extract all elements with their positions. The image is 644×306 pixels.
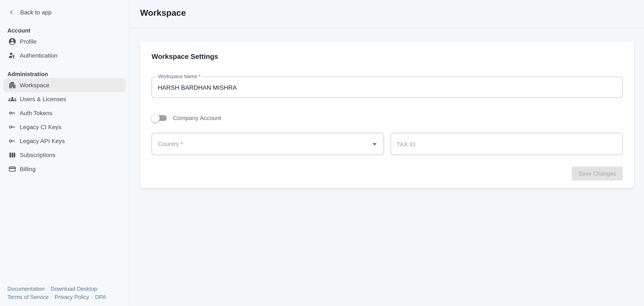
- chevron-left-icon: [8, 9, 15, 16]
- toggle-thumb: [151, 114, 160, 122]
- workspace-settings-page: Back to app Account Profile Authenticati…: [0, 0, 644, 306]
- country-tax-row: Country *: [152, 133, 622, 155]
- sidebar-item-label: Users & Licenses: [20, 96, 66, 102]
- footer-row-2: Terms of Service·Privacy Policy·DPA: [7, 293, 106, 301]
- sidebar-item-legacy-api-keys[interactable]: Legacy API Keys: [3, 134, 126, 148]
- company-account-label: Company Account: [173, 115, 221, 121]
- users-group-icon: [8, 95, 16, 103]
- sidebar-item-label: Legacy CI Keys: [20, 124, 62, 130]
- footer-separator: ·: [47, 286, 48, 292]
- page-title: Workspace: [140, 8, 186, 18]
- company-account-row: Company Account: [152, 114, 622, 123]
- back-to-app-label: Back to app: [20, 9, 52, 16]
- footer-link-dpa[interactable]: DPA: [95, 294, 106, 300]
- sidebar-item-label: Profile: [20, 38, 36, 45]
- columns-icon: [8, 151, 16, 159]
- workspace-name-label: Workspace Name *: [156, 74, 202, 80]
- sidebar-item-subscriptions[interactable]: Subscriptions: [3, 148, 126, 162]
- user-circle-icon: [8, 37, 16, 46]
- caret-down-icon: [372, 143, 376, 145]
- sidebar-item-label: Billing: [20, 166, 36, 172]
- tax-id-field: [390, 133, 623, 155]
- section-title-account: Account: [7, 26, 129, 35]
- back-to-app-button[interactable]: Back to app: [8, 7, 52, 18]
- company-account-toggle[interactable]: [152, 114, 167, 123]
- sidebar-item-legacy-ci-keys[interactable]: Legacy CI Keys: [3, 120, 126, 134]
- sidebar-item-label: Legacy API Keys: [20, 138, 65, 144]
- footer-link-documentation[interactable]: Documentation: [7, 286, 44, 292]
- sidebar-footer: Documentation·Download Desktop Terms of …: [7, 285, 106, 301]
- main-content: Workspace Workspace Settings Workspace N…: [130, 0, 644, 306]
- section-title-administration: Administration: [7, 70, 129, 78]
- credit-card-icon: [8, 165, 16, 173]
- sidebar-item-users-licenses[interactable]: Users & Licenses: [3, 92, 126, 106]
- workspace-settings-card: Workspace Settings Workspace Name * Comp…: [140, 41, 634, 188]
- user-key-icon: [8, 51, 16, 60]
- footer-row-1: Documentation·Download Desktop: [7, 285, 106, 293]
- sidebar-item-label: Workspace: [20, 82, 49, 88]
- save-changes-button[interactable]: Save Changes: [572, 167, 623, 181]
- workspace-name-field: Workspace Name *: [152, 76, 622, 98]
- sidebar: Back to app Account Profile Authenticati…: [0, 0, 130, 306]
- save-row: Save Changes: [152, 167, 622, 181]
- sidebar-item-authentication[interactable]: Authentication: [3, 49, 126, 62]
- key-icon: [8, 123, 16, 131]
- sidebar-item-label: Auth Tokens: [20, 110, 52, 116]
- footer-separator: ·: [51, 294, 52, 300]
- sidebar-item-label: Authentication: [20, 52, 58, 59]
- footer-link-terms[interactable]: Terms of Service: [7, 294, 48, 300]
- main-header: Workspace: [130, 0, 644, 28]
- country-label: Country *: [158, 141, 183, 147]
- sidebar-item-auth-tokens[interactable]: Auth Tokens: [3, 106, 126, 120]
- card-title: Workspace Settings: [152, 41, 622, 62]
- workspace-name-input[interactable]: [152, 77, 622, 97]
- sidebar-item-billing[interactable]: Billing: [3, 162, 126, 176]
- key-icon: [8, 137, 16, 145]
- tax-id-input[interactable]: [391, 133, 622, 155]
- footer-link-download-desktop[interactable]: Download Desktop: [50, 286, 97, 292]
- sidebar-item-label: Subscriptions: [20, 152, 56, 158]
- footer-link-privacy[interactable]: Privacy Policy: [54, 294, 89, 300]
- sidebar-item-profile[interactable]: Profile: [3, 35, 126, 49]
- sidebar-item-workspace[interactable]: Workspace: [3, 78, 126, 92]
- footer-separator: ·: [91, 294, 93, 300]
- key-icon: [8, 109, 16, 117]
- country-select[interactable]: Country *: [152, 133, 384, 155]
- building-icon: [8, 81, 16, 89]
